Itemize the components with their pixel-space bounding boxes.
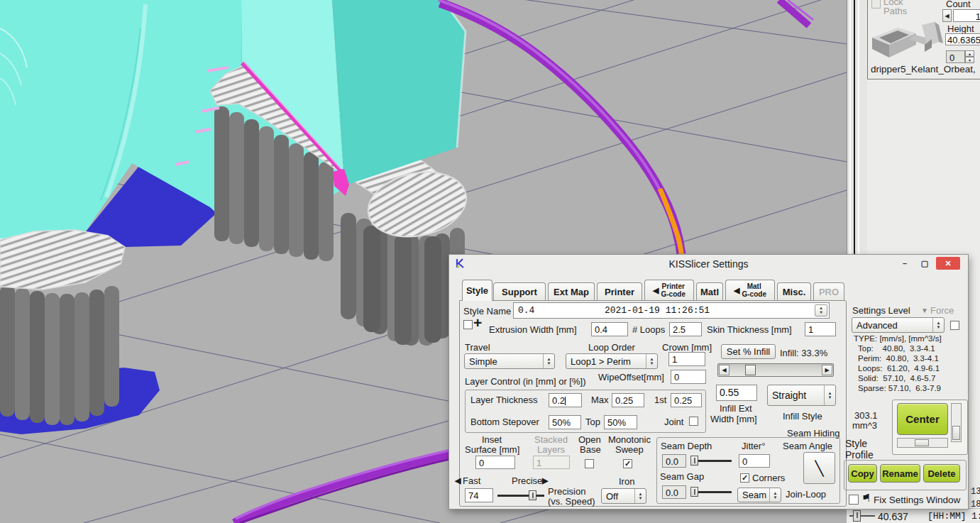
delete-button[interactable]: Delete xyxy=(923,464,960,483)
copy-button[interactable]: Copy xyxy=(848,464,877,483)
volume-units: mm^3 xyxy=(852,421,877,431)
open-base-checkbox[interactable] xyxy=(585,459,594,468)
time-format-label: [HH:MM] xyxy=(927,512,967,522)
preview-vscroll-thumb[interactable] xyxy=(952,426,960,440)
tab-matl[interactable]: Matl xyxy=(696,282,723,301)
style-name-spinner[interactable]: ▲▼ xyxy=(815,304,827,316)
seam-depth-slider-thumb[interactable] xyxy=(690,456,698,466)
z-offset-field[interactable]: 0 xyxy=(946,50,965,63)
check-icon: ✓ xyxy=(742,473,748,482)
seam-gap-label: Seam Gap xyxy=(660,472,704,483)
z-offset-spin-down[interactable]: ▼ xyxy=(965,57,974,63)
settings-level-label: Settings Level xyxy=(852,306,910,316)
infill-slider-thumb[interactable] xyxy=(745,365,756,375)
max-field[interactable]: 0.25 xyxy=(612,393,644,407)
inset-label-2: Surface [mm] xyxy=(465,445,519,456)
loop-order-label: Loop Order xyxy=(588,343,635,353)
precision-field[interactable]: 74 xyxy=(465,488,493,502)
preview-hscroll-thumb[interactable] xyxy=(915,439,929,446)
add-style-icon[interactable]: + xyxy=(473,314,482,331)
settings-level-dropdown[interactable]: Advanced ▲▼ xyxy=(852,317,945,333)
center-button[interactable]: Center xyxy=(897,403,948,435)
maximize-button[interactable]: ▢ xyxy=(916,257,933,270)
bottom-stepover-field[interactable]: 50% xyxy=(549,415,581,429)
infill-style-dropdown[interactable]: Straight ▲▼ xyxy=(767,385,836,406)
count-field[interactable]: 1 xyxy=(953,9,980,22)
crown-field[interactable]: 1 xyxy=(668,352,705,366)
close-icon: ✕ xyxy=(945,259,951,268)
tab-matl-gcode[interactable]: ◀ MatlG-code xyxy=(725,280,775,301)
z-offset-spin-up[interactable]: ▲ xyxy=(965,50,974,57)
height-field[interactable]: 40.6365 xyxy=(945,33,980,45)
force-checkbox[interactable] xyxy=(950,321,959,330)
tab-pro[interactable]: PRO xyxy=(813,282,844,301)
corners-checkbox[interactable]: ✓ xyxy=(740,473,749,483)
seam-gap-slider-thumb[interactable] xyxy=(690,487,698,497)
time-partial-value: 1: xyxy=(971,512,980,522)
num-loops-label: # Loops xyxy=(632,325,665,336)
inset-surface-field[interactable]: 0 xyxy=(475,456,515,469)
top-label: Top xyxy=(585,417,600,428)
new-style-checkbox[interactable] xyxy=(463,320,473,329)
force-arrow-icon: ▼ xyxy=(921,307,928,315)
model-thumbnail xyxy=(869,18,943,65)
seam-depth-field[interactable]: 0.0 xyxy=(662,454,686,468)
down-arrow-icon: ▼ xyxy=(820,311,822,315)
tab-printer-gcode[interactable]: ◀ PrinterG-code xyxy=(644,280,694,301)
tab-printer[interactable]: Printer xyxy=(597,282,642,301)
loop-order-dropdown[interactable]: Loop1 > Perim ▲▼ xyxy=(566,353,658,369)
tab-misc[interactable]: Misc. xyxy=(777,282,811,301)
skin-thickness-field[interactable]: 1 xyxy=(805,322,836,336)
lock-paths-checkbox[interactable] xyxy=(871,0,881,9)
model-name: dripper5_Kelant_Orbeat, xyxy=(871,64,980,75)
open-base-label-2: Base xyxy=(580,445,601,456)
infill-ext-width-field[interactable]: 0.55 xyxy=(716,385,757,401)
stacked-layers-field[interactable]: 1 xyxy=(533,456,570,469)
top-field[interactable]: 50% xyxy=(604,415,637,429)
monotonic-label-2: Sweep xyxy=(615,445,644,456)
infill-slider-left[interactable]: ◀ xyxy=(719,365,730,375)
travel-dropdown[interactable]: Simple ▲▼ xyxy=(464,353,555,369)
dialog-titlebar[interactable]: KISSlicer Settings – ▢ ✕ xyxy=(449,255,968,273)
check-icon: ✓ xyxy=(624,459,631,468)
style-name-combo[interactable]: 0.4 2021-01-19 11:26:51 ▲▼ xyxy=(513,302,830,319)
corners-label: Corners xyxy=(752,473,785,484)
close-button[interactable]: ✕ xyxy=(936,257,960,270)
preview-hscrollbar[interactable] xyxy=(897,438,948,448)
wipe-offset-field[interactable]: 0 xyxy=(671,370,706,384)
minimize-button[interactable]: – xyxy=(896,257,913,270)
iron-dropdown[interactable]: Off ▲▼ xyxy=(601,488,646,504)
join-loop-dropdown[interactable]: Seam ▲▼ xyxy=(737,488,781,502)
count-prev-button[interactable]: ◀ xyxy=(942,9,952,22)
tab-style[interactable]: Style xyxy=(462,280,492,301)
precision-slider[interactable] xyxy=(497,495,544,497)
seam-angle-button[interactable]: ╲ xyxy=(803,452,835,484)
minimize-icon: – xyxy=(903,259,907,268)
settings-dialog: KISSlicer Settings – ▢ ✕ Style Support E… xyxy=(448,254,969,510)
fix-settings-checkbox[interactable] xyxy=(849,495,859,505)
preview-vscrollbar[interactable] xyxy=(951,403,962,442)
precision-slider-thumb[interactable] xyxy=(529,490,536,500)
infill-slider[interactable]: ◀ ▶ xyxy=(717,363,834,377)
infill-slider-right[interactable]: ▶ xyxy=(822,365,832,375)
monotonic-sweep-checkbox[interactable]: ✓ xyxy=(623,459,632,468)
layer-slider-thumb[interactable] xyxy=(853,510,861,522)
set-infill-button[interactable]: Set % Infill xyxy=(721,344,776,359)
seam-gap-field[interactable]: 0.0 xyxy=(662,485,686,499)
layer-control-label: Layer Control (in [mm] or [%]) xyxy=(465,377,586,387)
jitter-field[interactable]: 0 xyxy=(739,454,770,468)
num-loops-field[interactable]: 2.5 xyxy=(669,322,702,336)
tab-ext-map[interactable]: Ext Map xyxy=(548,282,595,301)
jitter-label: Jitter° xyxy=(742,441,765,452)
joint-checkbox[interactable] xyxy=(689,417,698,426)
rename-button[interactable]: Rename xyxy=(880,464,920,483)
joint-label: Joint xyxy=(664,417,683,428)
style-profile-label-1: Style xyxy=(845,438,867,449)
infill-style-label: Infill Style xyxy=(783,412,822,422)
layer-thickness-field[interactable]: 0.2 xyxy=(549,393,582,407)
tab-support[interactable]: Support xyxy=(493,282,546,301)
model-list-item[interactable]: Lock Paths Count ◀ 1 Height 40.6365 0 ▲ … xyxy=(867,0,980,79)
lock-paths-label-2: Paths xyxy=(883,6,907,17)
first-field[interactable]: 0.25 xyxy=(671,393,702,407)
extrusion-width-field[interactable]: 0.4 xyxy=(591,322,628,336)
